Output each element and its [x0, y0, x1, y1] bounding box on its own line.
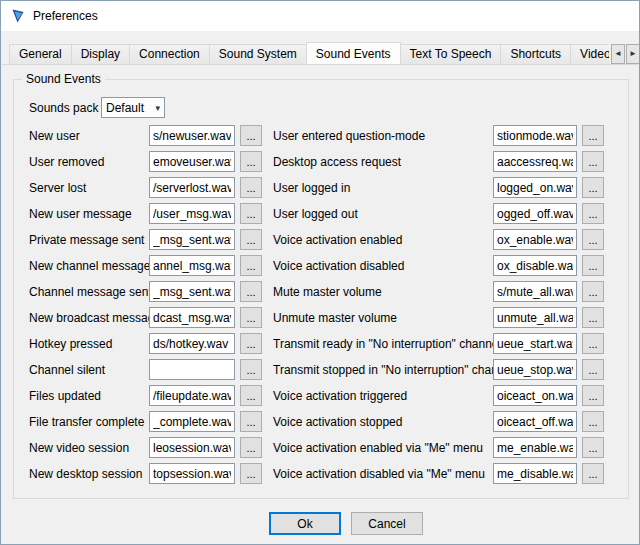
event-label: Desktop access request: [273, 155, 401, 169]
browse-button[interactable]: ...: [240, 437, 262, 458]
sound-file-input[interactable]: [149, 359, 235, 380]
sound-file-input[interactable]: [493, 203, 577, 224]
event-label: Voice activation enabled: [273, 233, 402, 247]
sound-event-row: Private message sent ...: [29, 229, 262, 250]
title-bar: Preferences: [1, 1, 639, 31]
browse-button[interactable]: ...: [582, 255, 604, 276]
browse-button[interactable]: ...: [240, 411, 262, 432]
browse-button[interactable]: ...: [240, 125, 262, 146]
event-label: User logged in: [273, 181, 350, 195]
sound-file-input[interactable]: [149, 203, 235, 224]
browse-button[interactable]: ...: [582, 281, 604, 302]
event-label: Transmit ready in "No interruption" chan…: [273, 337, 501, 351]
sound-event-row: New user ...: [29, 125, 262, 146]
sound-event-row: New video session ...: [29, 437, 262, 458]
tab-scroll-right-button[interactable]: ►: [626, 44, 640, 64]
sound-event-row: Voice activation enabled via "Me" menu .…: [273, 437, 605, 458]
tab-text-to-speech[interactable]: Text To Speech: [400, 44, 502, 64]
sound-file-input[interactable]: [149, 255, 235, 276]
browse-button[interactable]: ...: [240, 333, 262, 354]
browse-button[interactable]: ...: [240, 255, 262, 276]
sound-file-input[interactable]: [149, 229, 235, 250]
event-label: Private message sent: [29, 233, 144, 247]
tab-sound-events[interactable]: Sound Events: [306, 42, 401, 64]
tab-shortcuts[interactable]: Shortcuts: [500, 44, 571, 64]
browse-button[interactable]: ...: [582, 385, 604, 406]
event-label: Voice activation disabled via "Me" menu: [273, 467, 485, 481]
sound-file-input[interactable]: [149, 125, 235, 146]
sound-event-row: Hotkey pressed ...: [29, 333, 262, 354]
sounds-pack-value: Default: [106, 101, 144, 115]
tab-display[interactable]: Display: [71, 44, 130, 64]
sound-event-row: Channel silent ...: [29, 359, 262, 380]
event-label: New video session: [29, 441, 129, 455]
sound-file-input[interactable]: [149, 411, 235, 432]
sound-file-input[interactable]: [149, 307, 235, 328]
event-label: Mute master volume: [273, 285, 382, 299]
browse-button[interactable]: ...: [240, 385, 262, 406]
browse-button[interactable]: ...: [582, 359, 604, 380]
browse-button[interactable]: ...: [582, 463, 604, 484]
event-label: New channel message: [29, 259, 150, 273]
sound-file-input[interactable]: [149, 151, 235, 172]
tab-connection[interactable]: Connection: [129, 44, 210, 64]
browse-button[interactable]: ...: [240, 177, 262, 198]
sound-event-row: Unmute master volume ...: [273, 307, 605, 328]
browse-button[interactable]: ...: [240, 229, 262, 250]
sound-file-input[interactable]: [493, 411, 577, 432]
browse-button[interactable]: ...: [582, 437, 604, 458]
event-label: Voice activation enabled via "Me" menu: [273, 441, 483, 455]
sound-file-input[interactable]: [149, 281, 235, 302]
sound-file-input[interactable]: [149, 333, 235, 354]
preferences-dialog: Preferences General Display Connection S…: [0, 0, 640, 545]
sound-file-input[interactable]: [493, 359, 577, 380]
sounds-pack-select[interactable]: Default ▾: [101, 97, 165, 118]
sound-file-input[interactable]: [493, 151, 577, 172]
tab-general[interactable]: General: [9, 44, 72, 64]
browse-button[interactable]: ...: [582, 125, 604, 146]
cancel-button[interactable]: Cancel: [351, 512, 423, 535]
browse-button[interactable]: ...: [582, 203, 604, 224]
browse-button[interactable]: ...: [240, 203, 262, 224]
browse-button[interactable]: ...: [240, 281, 262, 302]
tab-sound-system[interactable]: Sound System: [209, 44, 307, 64]
event-label: New desktop session: [29, 467, 142, 481]
sound-file-input[interactable]: [493, 255, 577, 276]
sound-event-row: Transmit stopped in "No interruption" ch…: [273, 359, 605, 380]
browse-button[interactable]: ...: [240, 307, 262, 328]
browse-button[interactable]: ...: [582, 411, 604, 432]
sound-event-row: Voice activation disabled via "Me" menu …: [273, 463, 605, 484]
browse-button[interactable]: ...: [582, 229, 604, 250]
sound-file-input[interactable]: [493, 281, 577, 302]
sound-event-row: User logged out ...: [273, 203, 605, 224]
sound-file-input[interactable]: [493, 333, 577, 354]
event-label: Voice activation stopped: [273, 415, 402, 429]
event-label: Server lost: [29, 181, 86, 195]
sound-file-input[interactable]: [493, 125, 577, 146]
sound-file-input[interactable]: [149, 385, 235, 406]
browse-button[interactable]: ...: [582, 177, 604, 198]
tab-scroll-left-button[interactable]: ◄: [611, 44, 625, 64]
event-label: New user: [29, 129, 80, 143]
sound-event-row: File transfer complete ...: [29, 411, 262, 432]
sound-file-input[interactable]: [493, 385, 577, 406]
event-label: User entered question-mode: [273, 129, 425, 143]
chevron-down-icon: ▾: [155, 103, 160, 113]
sound-event-row: New broadcast message ...: [29, 307, 262, 328]
browse-button[interactable]: ...: [582, 151, 604, 172]
sound-file-input[interactable]: [493, 307, 577, 328]
sound-file-input[interactable]: [149, 437, 235, 458]
sound-file-input[interactable]: [493, 437, 577, 458]
sound-file-input[interactable]: [149, 177, 235, 198]
tab-video[interactable]: Video: [570, 44, 609, 64]
sound-file-input[interactable]: [493, 177, 577, 198]
sound-file-input[interactable]: [493, 463, 577, 484]
sound-file-input[interactable]: [149, 463, 235, 484]
browse-button[interactable]: ...: [582, 307, 604, 328]
sound-file-input[interactable]: [493, 229, 577, 250]
browse-button[interactable]: ...: [240, 359, 262, 380]
browse-button[interactable]: ...: [240, 151, 262, 172]
browse-button[interactable]: ...: [240, 463, 262, 484]
ok-button[interactable]: Ok: [269, 512, 341, 535]
browse-button[interactable]: ...: [582, 333, 604, 354]
